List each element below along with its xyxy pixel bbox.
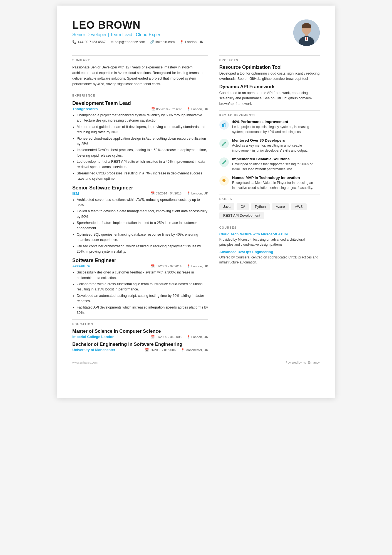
list-item: Architected serverless solutions within … [77, 197, 208, 208]
job-3-meta: Accenture 📅 01/2009 - 02/2014 📍 London, … [72, 264, 208, 268]
course-2: Advanced DevOps Engineering Offered by C… [219, 250, 320, 265]
header-left: LEO BROWN Senior Developer | Team Lead |… [72, 19, 203, 44]
job-1-details: 📅 05/2018 - Present 📍 London, UK [151, 107, 208, 111]
job-1-meta: ThoughtWorks 📅 05/2018 - Present 📍 Londo… [72, 107, 208, 111]
education-label: EDUCATION [72, 322, 208, 326]
skill-aws: AWS [291, 203, 307, 210]
achievement-3-title: Implemented Scalable Solutions [232, 157, 320, 161]
achievement-4-icon-wrap [219, 176, 229, 186]
projects-divider [219, 55, 320, 56]
avatar-svg [293, 19, 320, 46]
svg-rect-11 [224, 182, 224, 183]
course-1-desc: Provided by Microsoft, focusing on advan… [219, 237, 320, 247]
achievement-3: Implemented Scalable Solutions Developed… [219, 157, 320, 172]
achievement-1-content: 40% Performance Improvement Led a projec… [232, 120, 320, 134]
phone-icon: 📞 [72, 40, 76, 44]
footer-brand: Powered by ∞ Enhancv [286, 360, 320, 365]
edu-2-meta: University of Manchester 📅 01/2003 - 01/… [72, 348, 208, 352]
resume-page: LEO BROWN Senior Developer | Team Lead |… [57, 6, 335, 398]
edu-1-dates: 📅 01/2006 - 01/2008 [151, 335, 182, 339]
title-line: Senior Developer | Team Lead | Cloud Exp… [72, 32, 203, 37]
achievements-divider [219, 110, 320, 111]
job-3-company: Accenture [72, 264, 90, 268]
edu-1-location: 📍 London, UK [187, 335, 208, 339]
edu-1-institution: Imperial College London [72, 335, 115, 339]
email-icon: ✉ [111, 40, 113, 44]
pin-icon: 📍 [181, 348, 185, 352]
pin-icon: 📍 [187, 107, 190, 111]
powered-by-label: Powered by [286, 361, 302, 364]
footer: www.enhancv.com Powered by ∞ Enhancv [72, 360, 320, 365]
achievement-2-icon-wrap [219, 139, 229, 148]
pin-icon: 📍 [187, 191, 190, 195]
project-2-title: Dynamic API Framework [219, 84, 320, 90]
education-divider [72, 319, 208, 320]
project-1-title: Resource Optimization Tool [219, 65, 320, 70]
skills-divider [219, 194, 320, 194]
achievement-3-content: Implemented Scalable Solutions Developed… [232, 157, 320, 172]
job-3-dates: 📅 01/2009 - 02/2014 [151, 264, 182, 268]
job-2: Senior Software Engineer IBM 📅 03/2014 -… [72, 185, 208, 255]
job-2-company: IBM [72, 191, 79, 196]
achievement-1-icon-wrap [219, 120, 229, 130]
pin-icon: 📍 [187, 264, 190, 268]
job-1-company: ThoughtWorks [72, 107, 98, 111]
footer-website: www.enhancv.com [72, 361, 98, 364]
courses-divider [219, 223, 320, 223]
list-item: Utilised container orchestration, which … [77, 244, 208, 255]
edu-2-institution: University of Manchester [72, 348, 115, 352]
achievement-4-title: Named MVP in Technology Innovation [232, 176, 320, 180]
achievement-1-desc: Led a project to optimise legacy systems… [232, 124, 320, 134]
achievement-4-content: Named MVP in Technology Innovation Recog… [232, 176, 320, 190]
edu-2-dates: 📅 01/2003 - 01/2006 [145, 348, 176, 352]
contact-website: 🔗 linkedin.com [150, 40, 175, 44]
list-item: Spearheaded a feature implementation tha… [77, 220, 208, 231]
list-item: Mentored and guided a team of 8 develope… [77, 124, 208, 135]
svg-rect-3 [302, 26, 311, 28]
achievement-2-title: Mentored Over 30 Developers [232, 138, 320, 142]
job-2-meta: IBM 📅 03/2014 - 04/2018 📍 London, UK [72, 191, 208, 196]
list-item: Led development of a REST API suite whic… [77, 159, 208, 170]
project-2: Dynamic API Framework Contributed to an … [219, 84, 320, 107]
svg-rect-10 [225, 123, 225, 127]
project-1-desc: Developed a tool for optimising cloud co… [219, 71, 320, 82]
summary-text: Passionate Senior Developer with 12+ yea… [72, 65, 208, 87]
edu-1-meta: Imperial College London 📅 01/2006 - 01/2… [72, 335, 208, 339]
list-item: Championed a project that enhanced syste… [77, 113, 208, 124]
pencil-icon [222, 141, 227, 146]
skill-azure: Azure [272, 203, 289, 210]
job-1-title: Development Team Lead [72, 100, 208, 106]
contact-location: 📍 London, UK [180, 40, 203, 44]
achievement-2-desc: Acted as a key mentor, resulting in a no… [232, 143, 320, 153]
course-1-title: Cloud Architecture with Microsoft Azure [219, 232, 320, 236]
skill-java: Java [219, 203, 234, 210]
list-item: Collaborated with a cross-functional agi… [77, 282, 208, 292]
edu-2-degree: Bachelor of Engineering in Software Engi… [72, 342, 208, 347]
brand-logo-icon: ∞ [303, 360, 306, 365]
job-3-location: 📍 London, UK [187, 264, 208, 268]
job-1-dates: 📅 05/2018 - Present [151, 107, 182, 111]
achievement-4: Named MVP in Technology Innovation Recog… [219, 176, 320, 190]
job-2-location: 📍 London, UK [187, 191, 208, 195]
job-3-title: Software Engineer [72, 258, 208, 263]
calendar-icon: 📅 [151, 107, 155, 111]
achievement-3-icon-wrap [219, 157, 229, 167]
project-2-desc: Contributed to an open-source API framew… [219, 90, 320, 107]
job-3-bullets: Successfully designed a customer feedbac… [77, 270, 208, 315]
edu-1: Master of Science in Computer Science Im… [72, 329, 208, 339]
skill-csharp: C# [237, 203, 249, 210]
course-1: Cloud Architecture with Microsoft Azure … [219, 232, 320, 247]
course-2-title: Advanced DevOps Engineering [219, 250, 320, 254]
list-item: Implemented DevOps best practices, leadi… [77, 147, 208, 158]
achievement-3-desc: Developed solutions that supported scali… [232, 162, 320, 172]
course-2-desc: Offered by Coursera, centred on sophisti… [219, 255, 320, 265]
svg-rect-9 [223, 124, 224, 127]
projects-label: PROJECTS [219, 58, 320, 62]
trophy-icon [222, 178, 227, 183]
job-2-details: 📅 03/2014 - 04/2018 📍 London, UK [151, 191, 208, 195]
col-right: PROJECTS Resource Optimization Tool Deve… [219, 51, 320, 352]
skill-python: Python [251, 203, 270, 210]
avatar [293, 19, 320, 46]
calendar-icon: 📅 [145, 348, 149, 352]
calendar-icon: 📅 [151, 335, 155, 339]
